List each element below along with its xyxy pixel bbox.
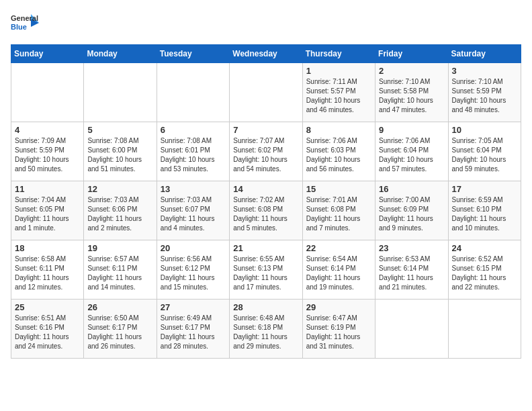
weekday-header-tuesday: Tuesday [157, 45, 229, 63]
day-info: Sunrise: 7:06 AM Sunset: 6:04 PM Dayligh… [379, 136, 444, 174]
calendar-cell: 22Sunrise: 6:54 AM Sunset: 6:14 PM Dayli… [302, 240, 375, 300]
calendar-cell: 7Sunrise: 7:07 AM Sunset: 6:02 PM Daylig… [230, 122, 302, 181]
day-info: Sunrise: 6:50 AM Sunset: 6:17 PM Dayligh… [87, 314, 152, 351]
day-number: 2 [379, 66, 444, 76]
logo-icon: GeneralBlue [11, 11, 44, 38]
calendar-cell: 28Sunrise: 6:48 AM Sunset: 6:18 PM Dayli… [230, 300, 302, 359]
calendar-cell: 18Sunrise: 6:58 AM Sunset: 6:11 PM Dayli… [11, 240, 84, 300]
day-number: 18 [15, 243, 80, 253]
day-number: 21 [233, 243, 298, 253]
day-info: Sunrise: 6:56 AM Sunset: 6:12 PM Dayligh… [161, 255, 226, 292]
day-info: Sunrise: 7:07 AM Sunset: 6:02 PM Dayligh… [233, 136, 298, 174]
calendar-cell [157, 63, 229, 122]
weekday-header-monday: Monday [84, 45, 157, 63]
day-number: 1 [306, 66, 371, 76]
day-info: Sunrise: 7:05 AM Sunset: 6:04 PM Dayligh… [452, 136, 517, 174]
calendar-body: 1Sunrise: 7:11 AM Sunset: 5:57 PM Daylig… [11, 63, 521, 359]
day-info: Sunrise: 6:47 AM Sunset: 6:19 PM Dayligh… [306, 314, 371, 351]
day-number: 15 [306, 184, 371, 194]
day-info: Sunrise: 7:03 AM Sunset: 6:06 PM Dayligh… [87, 195, 152, 233]
day-info: Sunrise: 6:53 AM Sunset: 6:14 PM Dayligh… [379, 255, 444, 292]
calendar-cell: 26Sunrise: 6:50 AM Sunset: 6:17 PM Dayli… [84, 300, 157, 359]
logo: GeneralBlue [11, 11, 44, 38]
calendar-cell: 2Sunrise: 7:10 AM Sunset: 5:58 PM Daylig… [375, 63, 448, 122]
calendar-cell [375, 300, 448, 359]
calendar-cell: 20Sunrise: 6:56 AM Sunset: 6:12 PM Dayli… [157, 240, 229, 300]
day-info: Sunrise: 6:57 AM Sunset: 6:11 PM Dayligh… [87, 255, 152, 292]
weekday-header-wednesday: Wednesday [230, 45, 302, 63]
calendar-cell [84, 63, 157, 122]
calendar-cell: 19Sunrise: 6:57 AM Sunset: 6:11 PM Dayli… [84, 240, 157, 300]
day-number: 24 [452, 243, 517, 253]
calendar-table: SundayMondayTuesdayWednesdayThursdayFrid… [11, 44, 521, 359]
day-number: 23 [379, 243, 444, 253]
header-row: SundayMondayTuesdayWednesdayThursdayFrid… [11, 45, 521, 63]
day-info: Sunrise: 7:10 AM Sunset: 5:59 PM Dayligh… [452, 77, 517, 115]
calendar-cell: 14Sunrise: 7:02 AM Sunset: 6:08 PM Dayli… [230, 181, 302, 240]
calendar-week-5: 25Sunrise: 6:51 AM Sunset: 6:16 PM Dayli… [11, 300, 521, 359]
day-number: 11 [15, 184, 80, 194]
calendar-cell: 3Sunrise: 7:10 AM Sunset: 5:59 PM Daylig… [448, 63, 521, 122]
weekday-header-thursday: Thursday [302, 45, 375, 63]
calendar-cell [230, 63, 302, 122]
calendar-cell: 11Sunrise: 7:04 AM Sunset: 6:05 PM Dayli… [11, 181, 84, 240]
day-number: 26 [87, 302, 152, 312]
day-info: Sunrise: 7:10 AM Sunset: 5:58 PM Dayligh… [379, 77, 444, 115]
calendar-cell: 29Sunrise: 6:47 AM Sunset: 6:19 PM Dayli… [302, 300, 375, 359]
day-info: Sunrise: 7:02 AM Sunset: 6:08 PM Dayligh… [233, 195, 298, 233]
day-number: 17 [452, 184, 517, 194]
day-number: 22 [306, 243, 371, 253]
day-number: 9 [379, 125, 444, 135]
day-number: 20 [161, 243, 226, 253]
calendar-cell: 24Sunrise: 6:52 AM Sunset: 6:15 PM Dayli… [448, 240, 521, 300]
day-number: 19 [87, 243, 152, 253]
day-info: Sunrise: 7:01 AM Sunset: 6:08 PM Dayligh… [306, 195, 371, 233]
weekday-header-sunday: Sunday [11, 45, 84, 63]
calendar-week-2: 4Sunrise: 7:09 AM Sunset: 5:59 PM Daylig… [11, 122, 521, 181]
day-number: 16 [379, 184, 444, 194]
calendar-cell: 9Sunrise: 7:06 AM Sunset: 6:04 PM Daylig… [375, 122, 448, 181]
calendar-cell [448, 300, 521, 359]
calendar-cell: 25Sunrise: 6:51 AM Sunset: 6:16 PM Dayli… [11, 300, 84, 359]
day-info: Sunrise: 6:54 AM Sunset: 6:14 PM Dayligh… [306, 255, 371, 292]
day-info: Sunrise: 6:58 AM Sunset: 6:11 PM Dayligh… [15, 255, 80, 292]
calendar-cell: 13Sunrise: 7:03 AM Sunset: 6:07 PM Dayli… [157, 181, 229, 240]
calendar-week-1: 1Sunrise: 7:11 AM Sunset: 5:57 PM Daylig… [11, 63, 521, 122]
calendar-cell: 6Sunrise: 7:08 AM Sunset: 6:01 PM Daylig… [157, 122, 229, 181]
day-info: Sunrise: 7:03 AM Sunset: 6:07 PM Dayligh… [161, 195, 226, 233]
day-info: Sunrise: 7:00 AM Sunset: 6:09 PM Dayligh… [379, 195, 444, 233]
calendar-cell: 5Sunrise: 7:08 AM Sunset: 6:00 PM Daylig… [84, 122, 157, 181]
day-info: Sunrise: 6:49 AM Sunset: 6:17 PM Dayligh… [161, 314, 226, 351]
day-number: 4 [15, 125, 80, 135]
calendar-cell: 17Sunrise: 6:59 AM Sunset: 6:10 PM Dayli… [448, 181, 521, 240]
day-number: 3 [452, 66, 517, 76]
day-number: 13 [161, 184, 226, 194]
day-info: Sunrise: 6:48 AM Sunset: 6:18 PM Dayligh… [233, 314, 298, 351]
svg-text:General: General [11, 14, 38, 22]
calendar-cell: 12Sunrise: 7:03 AM Sunset: 6:06 PM Dayli… [84, 181, 157, 240]
calendar-cell: 21Sunrise: 6:55 AM Sunset: 6:13 PM Dayli… [230, 240, 302, 300]
day-number: 12 [87, 184, 152, 194]
calendar-cell: 4Sunrise: 7:09 AM Sunset: 5:59 PM Daylig… [11, 122, 84, 181]
day-number: 10 [452, 125, 517, 135]
day-number: 29 [306, 302, 371, 312]
day-info: Sunrise: 7:08 AM Sunset: 6:01 PM Dayligh… [161, 136, 226, 174]
weekday-header-saturday: Saturday [448, 45, 521, 63]
calendar-cell: 8Sunrise: 7:06 AM Sunset: 6:03 PM Daylig… [302, 122, 375, 181]
calendar-cell: 10Sunrise: 7:05 AM Sunset: 6:04 PM Dayli… [448, 122, 521, 181]
day-number: 28 [233, 302, 298, 312]
day-info: Sunrise: 6:51 AM Sunset: 6:16 PM Dayligh… [15, 314, 80, 351]
day-info: Sunrise: 7:09 AM Sunset: 5:59 PM Dayligh… [15, 136, 80, 174]
day-info: Sunrise: 6:59 AM Sunset: 6:10 PM Dayligh… [452, 195, 517, 233]
calendar-cell: 27Sunrise: 6:49 AM Sunset: 6:17 PM Dayli… [157, 300, 229, 359]
day-info: Sunrise: 7:06 AM Sunset: 6:03 PM Dayligh… [306, 136, 371, 174]
day-number: 6 [161, 125, 226, 135]
weekday-header-friday: Friday [375, 45, 448, 63]
day-number: 27 [161, 302, 226, 312]
day-info: Sunrise: 7:04 AM Sunset: 6:05 PM Dayligh… [15, 195, 80, 233]
calendar-cell: 1Sunrise: 7:11 AM Sunset: 5:57 PM Daylig… [302, 63, 375, 122]
day-info: Sunrise: 7:08 AM Sunset: 6:00 PM Dayligh… [87, 136, 152, 174]
day-number: 14 [233, 184, 298, 194]
calendar-cell: 23Sunrise: 6:53 AM Sunset: 6:14 PM Dayli… [375, 240, 448, 300]
calendar-header: SundayMondayTuesdayWednesdayThursdayFrid… [11, 45, 521, 63]
